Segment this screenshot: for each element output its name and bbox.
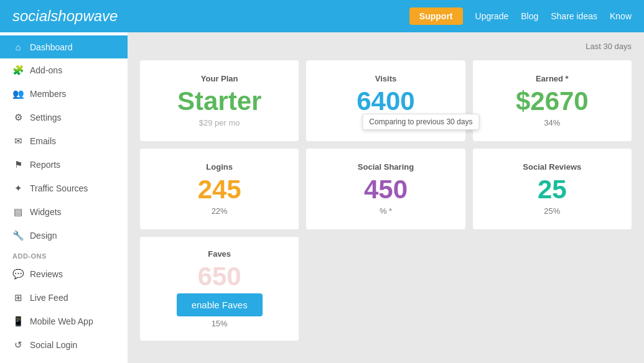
main-layout: ⌂ Dashboard 🧩 Add-ons 👥 Members ⚙ Settin…	[0, 0, 644, 363]
logo-text-wave: wave	[83, 7, 118, 24]
sidebar-label-live-feed: Live Feed	[30, 293, 68, 303]
card-label-faves: Faves	[208, 249, 231, 259]
sidebar-item-reviews[interactable]: 💬 Reviews	[0, 262, 128, 286]
know-link[interactable]: Know	[610, 11, 632, 21]
card-value-social-sharing: 450	[364, 177, 408, 203]
sidebar-label-reports: Reports	[30, 160, 60, 170]
card-value-your-plan: Starter	[177, 88, 261, 114]
sidebar-label-mobile: Mobile Web App	[30, 316, 93, 326]
card-sub-earned: 34%	[544, 118, 560, 127]
card-label-social-reviews: Social Reviews	[523, 162, 581, 172]
sidebar-item-mobile-web-app[interactable]: 📱 Mobile Web App	[0, 310, 128, 333]
sidebar-label-design: Design	[30, 231, 57, 241]
visits-tooltip: Comparing to previous 30 days	[362, 114, 479, 130]
card-sub-social-reviews: 25%	[544, 206, 560, 216]
settings-icon: ⚙	[12, 112, 24, 123]
design-icon: 🔧	[12, 230, 24, 241]
card-sub-faves: 15%	[212, 319, 228, 328]
sidebar-item-live-feed[interactable]: ⊞ Live Feed	[0, 286, 128, 310]
enable-faves-button[interactable]: enable Faves	[177, 293, 263, 316]
mobile-icon: 📱	[12, 316, 24, 327]
traffic-icon: ✦	[12, 183, 24, 194]
card-logins: Logins 245 22%	[140, 149, 299, 229]
card-sub-visits: 14% Comparing to previous 30 days	[378, 118, 394, 127]
header-nav: Support Upgrade Blog Share ideas Know	[409, 7, 632, 25]
blog-link[interactable]: Blog	[521, 11, 538, 21]
card-visits: Visits 6400 14% Comparing to previous 30…	[306, 60, 465, 141]
sidebar-item-widgets[interactable]: ▤ Widgets	[0, 200, 128, 224]
card-sub-logins: 22%	[212, 206, 228, 216]
email-icon: ✉	[12, 136, 24, 147]
sidebar-label-members: Members	[30, 89, 66, 99]
sidebar-item-design[interactable]: 🔧 Design	[0, 224, 128, 247]
sidebar-item-traffic-sources[interactable]: ✦ Traffic Sources	[0, 177, 128, 200]
home-icon: ⌂	[12, 42, 24, 52]
sidebar-item-social-login[interactable]: ↺ Social Login	[0, 333, 128, 357]
card-label-logins: Logins	[206, 162, 233, 172]
support-button[interactable]: Support	[409, 7, 463, 25]
card-value-faves: 650	[198, 264, 241, 290]
members-icon: 👥	[12, 88, 24, 99]
addons-section-label: ADD-ONS	[0, 247, 128, 262]
sidebar-label-reviews: Reviews	[30, 269, 63, 279]
app-header: socialshopwave Support Upgrade Blog Shar…	[0, 0, 644, 32]
puzzle-icon: 🧩	[12, 65, 24, 76]
card-your-plan: Your Plan Starter $29 per mo	[140, 60, 299, 141]
card-value-earned: $2670	[516, 88, 589, 114]
sidebar-item-reports[interactable]: ⚑ Reports	[0, 153, 128, 177]
sidebar-label-widgets: Widgets	[30, 207, 62, 217]
sidebar-label-dashboard: Dashboard	[30, 42, 73, 52]
sidebar-label-settings: Settings	[30, 113, 62, 122]
sidebar-item-dashboard[interactable]: ⌂ Dashboard	[0, 35, 128, 58]
sidebar-label-traffic: Traffic Sources	[30, 183, 88, 193]
card-social-sharing: Social Sharing 450 % *	[306, 149, 465, 229]
card-label-earned: Earned *	[536, 74, 569, 83]
card-value-logins: 245	[198, 177, 241, 203]
card-sub-social-sharing: % *	[380, 206, 392, 216]
card-social-reviews: Social Reviews 25 25%	[473, 149, 632, 229]
sidebar-label-addons: Add-ons	[30, 65, 62, 75]
reports-icon: ⚑	[12, 159, 24, 170]
card-faves: Faves 650 enable Faves 15%	[140, 237, 299, 341]
card-label-visits: Visits	[375, 74, 396, 83]
share-ideas-link[interactable]: Share ideas	[551, 11, 597, 21]
reviews-icon: 💬	[12, 269, 24, 280]
logo-text-main: socialshop	[12, 7, 83, 24]
sidebar-label-emails: Emails	[30, 136, 56, 146]
app-logo: socialshopwave	[12, 7, 409, 25]
sidebar-item-addons[interactable]: 🧩 Add-ons	[0, 58, 128, 82]
card-value-visits: 6400	[357, 88, 414, 114]
sidebar-item-emails[interactable]: ✉ Emails	[0, 129, 128, 153]
sidebar: ⌂ Dashboard 🧩 Add-ons 👥 Members ⚙ Settin…	[0, 32, 128, 363]
sidebar-item-members[interactable]: 👥 Members	[0, 82, 128, 106]
card-label-social-sharing: Social Sharing	[358, 162, 414, 172]
card-label-your-plan: Your Plan	[201, 74, 238, 83]
upgrade-link[interactable]: Upgrade	[475, 11, 509, 21]
card-sub-your-plan: $29 per mo	[199, 118, 240, 127]
social-login-icon: ↺	[12, 339, 24, 351]
card-earned: Earned * $2670 34%	[473, 60, 632, 141]
main-content: Last 30 days Your Plan Starter $29 per m…	[128, 32, 644, 363]
cards-grid: Your Plan Starter $29 per mo Visits 6400…	[140, 60, 632, 341]
card-value-social-reviews: 25	[538, 177, 567, 203]
period-label: Last 30 days	[140, 42, 632, 51]
live-feed-icon: ⊞	[12, 292, 24, 303]
sidebar-label-social-login: Social Login	[30, 340, 77, 350]
sidebar-item-settings[interactable]: ⚙ Settings	[0, 106, 128, 129]
widgets-icon: ▤	[12, 206, 24, 218]
